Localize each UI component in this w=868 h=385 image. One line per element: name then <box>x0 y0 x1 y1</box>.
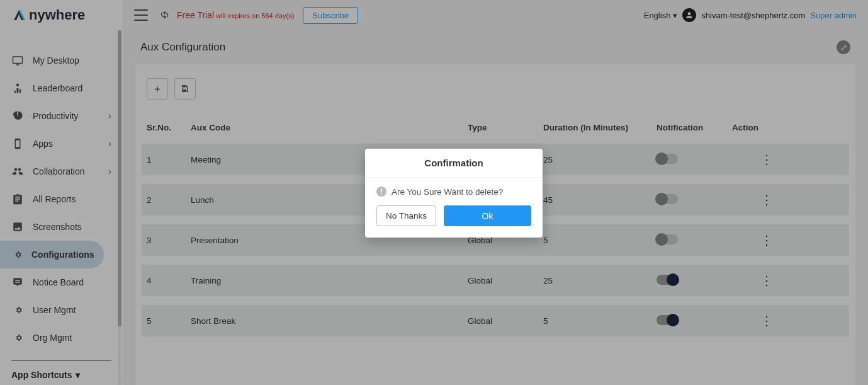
modal-title: Confirmation <box>365 149 543 178</box>
confirmation-modal: Confirmation ! Are You Sure Want to dele… <box>365 149 543 238</box>
modal-message: Are You Sure Want to delete? <box>392 187 503 197</box>
cancel-button[interactable]: No Thanks <box>376 205 436 226</box>
ok-button[interactable]: Ok <box>444 205 531 226</box>
info-icon: ! <box>376 187 386 197</box>
